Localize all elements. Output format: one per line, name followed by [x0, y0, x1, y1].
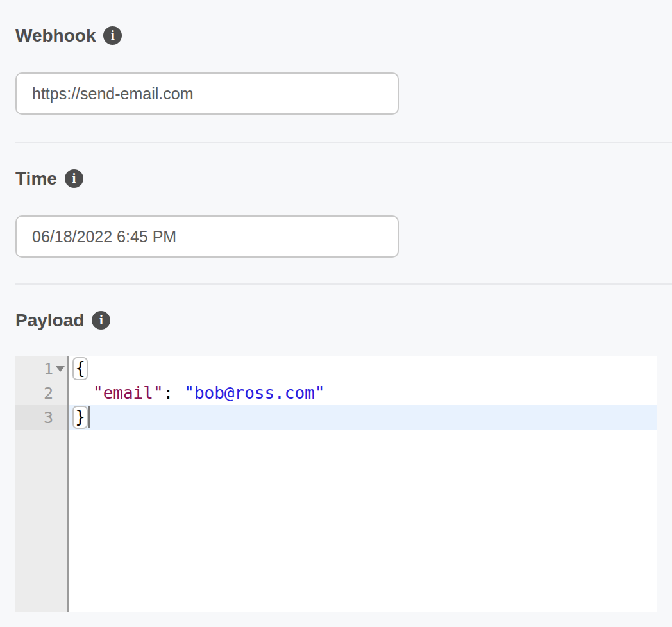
- payload-code-editor[interactable]: 1 2 3 { "email":"bob@ross.com" }: [15, 356, 657, 612]
- payload-label: Payload: [15, 310, 84, 331]
- fold-arrow-icon: [56, 366, 65, 372]
- divider: [15, 142, 672, 143]
- line-number: 3: [44, 408, 53, 427]
- webhook-label-row: Webhook i: [15, 25, 672, 46]
- text-cursor: [88, 406, 90, 428]
- gutter-row: 1: [15, 356, 67, 381]
- info-icon[interactable]: i: [92, 311, 110, 330]
- payload-label-row: Payload i: [15, 310, 672, 331]
- time-input[interactable]: [15, 215, 399, 258]
- json-string-value: "bob@ross.com": [184, 383, 324, 403]
- settings-form: Webhook i Time i Payload i 1 2 3: [15, 25, 672, 612]
- line-number: 2: [44, 384, 53, 403]
- fold-toggle[interactable]: [53, 356, 67, 381]
- webhook-label: Webhook: [15, 25, 96, 46]
- editor-gutter: 1 2 3: [15, 356, 69, 612]
- code-line: {: [69, 356, 657, 381]
- editor-code-area[interactable]: { "email":"bob@ross.com" }: [69, 356, 657, 612]
- time-label-row: Time i: [15, 168, 672, 189]
- divider: [15, 283, 672, 285]
- json-colon: :: [164, 383, 174, 403]
- code-line-active: }: [69, 405, 657, 430]
- gutter-row: 2: [15, 381, 67, 405]
- json-key: "email": [93, 383, 164, 403]
- time-label: Time: [15, 168, 57, 189]
- webhook-url-input[interactable]: [15, 72, 399, 115]
- info-icon[interactable]: i: [65, 169, 83, 188]
- matched-bracket: }: [72, 406, 88, 429]
- info-icon[interactable]: i: [103, 26, 122, 45]
- gutter-row-active: 3: [15, 405, 67, 430]
- line-number: 1: [44, 360, 53, 378]
- matched-bracket: {: [72, 357, 88, 380]
- code-line: "email":"bob@ross.com": [69, 381, 657, 405]
